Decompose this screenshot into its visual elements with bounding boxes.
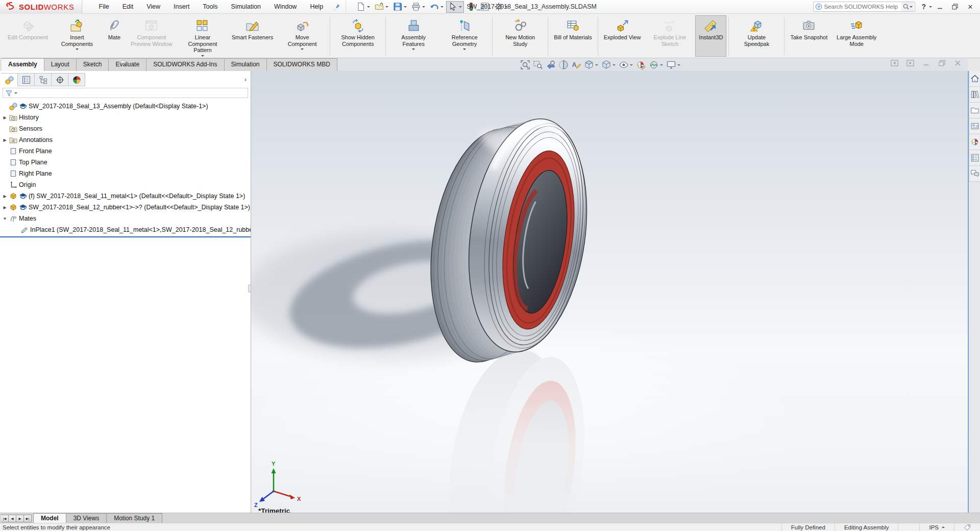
collapse-pane-left-icon[interactable] [891,60,898,67]
appearances-scenes-tab[interactable] [969,134,980,150]
open-button[interactable] [373,1,390,13]
design-library-tab[interactable] [969,87,980,103]
search-input[interactable] [822,4,901,10]
ribbon-button[interactable]: Update Speedpak [731,15,782,57]
tree-row[interactable]: Top Plane [0,157,251,168]
expander-icon[interactable]: ▶ [2,138,8,142]
ribbon-button[interactable]: Smart Fasteners [228,15,277,57]
tree-row[interactable]: Right Plane [0,168,251,179]
ribbon-button[interactable]: Component Preview Window [126,15,177,57]
options-button[interactable] [492,1,510,13]
command-tab[interactable]: SOLIDWORKS Add-Ins [146,58,224,71]
edit-appearance-button[interactable] [635,59,647,70]
doc-close-icon[interactable] [954,60,962,67]
save-button[interactable] [391,1,409,13]
ribbon-button[interactable]: Linear Component Pattern [177,15,228,57]
last-tab-button[interactable]: ▶| [24,515,32,522]
command-tab[interactable]: Evaluate [109,58,146,71]
ribbon-button[interactable]: Insert Components [52,15,103,57]
command-tab[interactable]: Sketch [77,58,109,71]
expander-icon[interactable]: ▶ [2,194,8,199]
tree-row[interactable]: ▼ Mates [0,213,251,224]
close-button[interactable]: ✕ [963,0,978,14]
tree-row[interactable]: SW_2017-2018_Seal_13_Assembly (Default<D… [0,101,251,112]
view-orientation-button[interactable] [583,59,599,70]
ribbon-button[interactable]: Assembly Features [388,15,439,57]
section-view-button[interactable] [558,59,569,70]
ribbon-button[interactable]: New Motion Study [495,15,546,57]
graphics-area[interactable]: Y X Z *Trimetric [251,71,968,513]
ribbon-button[interactable]: Exploded View [600,15,645,57]
menu-item[interactable]: Insert [167,0,196,14]
view-settings-button[interactable] [666,59,681,70]
ribbon-button[interactable]: Mate [103,15,126,57]
ribbon-button[interactable]: Instant3D [695,15,726,57]
ribbon-button[interactable]: Take Snapshot [787,15,831,57]
tree-row[interactable]: ▶ History [0,112,251,123]
display-style-button[interactable] [601,59,617,70]
document-tab[interactable]: 3D Views [66,513,107,523]
menu-item[interactable]: File [92,0,116,14]
document-tab[interactable]: Model [33,513,66,523]
command-tab[interactable]: SOLIDWORKS MBD [267,58,337,71]
menu-item[interactable]: Window [267,0,303,14]
properties-button[interactable] [478,1,492,13]
status-tag-button[interactable] [954,523,980,531]
configurationmanager-tab[interactable] [35,73,52,86]
menu-item[interactable]: Tools [196,0,224,14]
zoom-to-area-button[interactable] [532,59,544,70]
expander-icon[interactable]: ▶ [2,205,8,210]
apply-scene-button[interactable] [648,59,664,70]
splitter-handle[interactable] [248,284,251,293]
new-document-button[interactable] [354,1,372,13]
restore-button[interactable] [947,4,963,10]
home-tab[interactable] [969,71,980,87]
help-button[interactable]: ? [915,3,929,11]
ribbon-button[interactable]: Show Hidden Components [332,15,383,57]
panel-drag-handle[interactable] [120,60,126,63]
file-explorer-tab[interactable] [969,103,980,118]
tree-row[interactable]: Sensors [0,123,251,134]
doc-restore-icon[interactable] [938,60,946,67]
tree-row[interactable]: Front Plane [0,146,251,157]
menu-item[interactable]: View [140,0,167,14]
pin-menu-button[interactable] [333,3,340,11]
zoom-to-fit-button[interactable] [520,59,531,70]
select-button[interactable] [446,1,464,13]
command-tab[interactable]: Layout [44,58,77,71]
ribbon-button[interactable]: Reference Geometry [439,15,490,57]
ribbon-button[interactable]: Bill of Materials [550,15,596,57]
doc-minimize-icon[interactable] [922,60,930,67]
ribbon-button[interactable]: Explode Line Sketch [644,15,695,57]
view-palette-tab[interactable] [969,118,980,134]
dimxpertmanager-tab[interactable] [52,73,68,86]
menu-item[interactable]: Edit [116,0,140,14]
collapse-pane-right-icon[interactable] [906,60,914,67]
tree-filter-box[interactable] [3,88,248,98]
first-tab-button[interactable]: |◀ [1,515,9,522]
custom-properties-tab[interactable] [969,150,980,166]
ribbon-button[interactable]: Large Assembly Mode [831,15,882,57]
featuremanager-tab[interactable] [1,73,18,86]
print-button[interactable] [409,1,427,13]
menu-item[interactable]: Help [303,0,330,14]
displaymanager-tab[interactable] [68,73,85,86]
command-tab[interactable]: Simulation [225,58,267,71]
menu-item[interactable]: Simulation [225,0,267,14]
previous-tab-button[interactable]: ◀ [9,515,16,522]
ribbon-button[interactable]: Edit Component [4,15,52,57]
annotations-visibility-button[interactable]: A [571,59,582,70]
command-tab[interactable]: Assembly [2,58,44,71]
tree-row[interactable]: Origin [0,179,251,190]
ribbon-button[interactable]: Move Component [277,15,328,57]
rollback-bar[interactable] [0,236,251,238]
undo-button[interactable] [428,1,446,13]
panel-expand-chevron[interactable]: › [244,76,247,83]
help-search-box[interactable]: ? [813,2,915,12]
next-tab-button[interactable]: ▶ [16,515,24,522]
search-icon[interactable] [901,2,914,11]
hide-show-items-button[interactable] [618,59,634,70]
units-selector[interactable]: IPS [919,523,954,531]
propertymanager-tab[interactable] [18,73,35,86]
tree-row[interactable]: InPlace1 (SW_2017-2018_Seal_11_metal<1>,… [0,224,251,235]
